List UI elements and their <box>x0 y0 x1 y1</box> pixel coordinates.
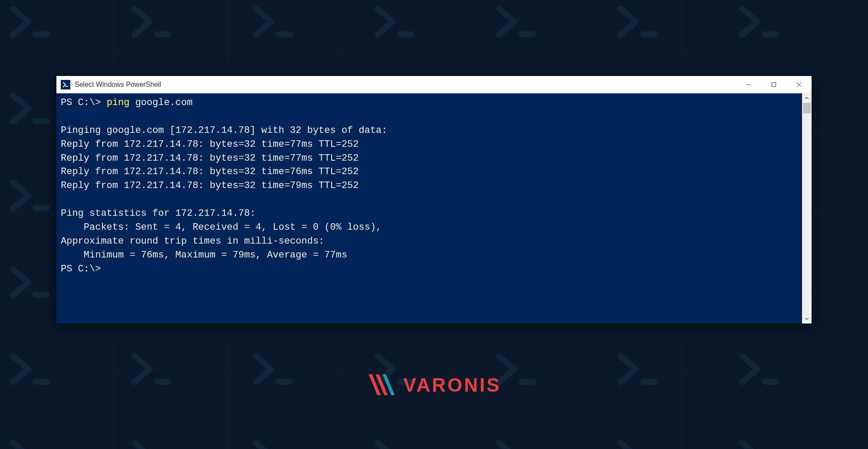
prompt-prefix: PS C:\> <box>61 97 107 108</box>
terminal-output[interactable]: PS C:\> ping google.com Pinging google.c… <box>56 93 802 324</box>
terminal-wrap: PS C:\> ping google.com Pinging google.c… <box>56 93 812 324</box>
output-line: Ping statistics for 172.217.14.78: <box>61 208 256 219</box>
scroll-thumb[interactable] <box>803 103 811 113</box>
close-button[interactable] <box>786 76 812 93</box>
varonis-logo: VARONIS <box>367 373 501 397</box>
prompt-line: PS C:\> <box>61 264 101 274</box>
output-line: Reply from 172.217.14.78: bytes=32 time=… <box>61 166 359 177</box>
output-line: Approximate round trip times in milli-se… <box>61 236 324 247</box>
varonis-logo-mark-icon <box>367 373 397 397</box>
window-title: Select Windows PowerShell <box>75 81 736 89</box>
output-line: Packets: Sent = 4, Received = 4, Lost = … <box>61 222 381 233</box>
scroll-down-arrow-icon[interactable] <box>802 314 812 324</box>
powershell-icon <box>61 80 70 89</box>
output-line: Minimum = 76ms, Maximum = 79ms, Average … <box>61 250 347 261</box>
window-titlebar[interactable]: Select Windows PowerShell <box>56 76 812 93</box>
vertical-scrollbar[interactable] <box>802 93 812 324</box>
svg-rect-3 <box>772 83 776 86</box>
minimize-button[interactable] <box>736 76 761 93</box>
output-line: Reply from 172.217.14.78: bytes=32 time=… <box>61 139 359 150</box>
command-name: ping <box>107 97 130 108</box>
output-line: Reply from 172.217.14.78: bytes=32 time=… <box>61 153 359 164</box>
scroll-up-arrow-icon[interactable] <box>802 93 812 103</box>
command-args: google.com <box>129 97 192 108</box>
output-line: Reply from 172.217.14.78: bytes=32 time=… <box>61 180 359 191</box>
output-line: Pinging google.com [172.217.14.78] with … <box>61 125 388 136</box>
maximize-button[interactable] <box>761 76 786 93</box>
window-controls <box>736 76 812 93</box>
powershell-window: Select Windows PowerShell PS C:\> ping g… <box>56 76 812 324</box>
varonis-logo-text: VARONIS <box>403 374 501 396</box>
